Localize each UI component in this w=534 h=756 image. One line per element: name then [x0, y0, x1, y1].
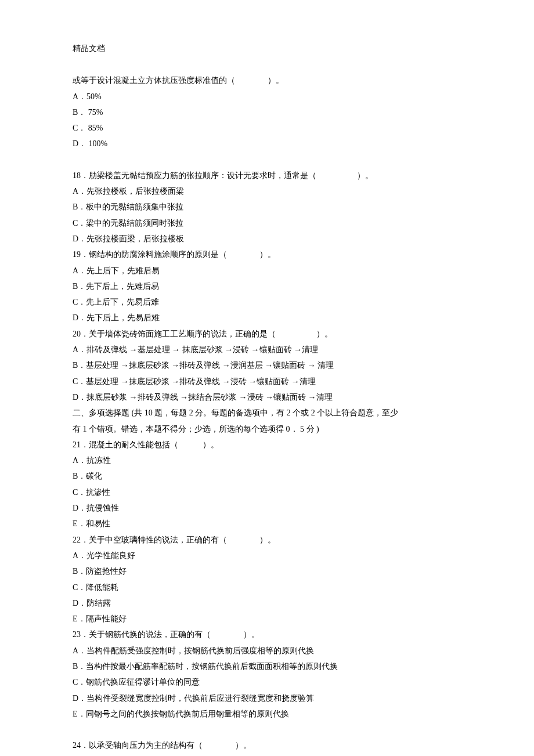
- q17-option-c: C． 85%: [73, 120, 464, 136]
- q20-option-b: B．基层处理 →抹底层砂浆 →排砖及弹线 →浸润基层 →镶贴面砖 → 清理: [73, 357, 464, 373]
- q19-option-d: D．先下后上，先易后难: [73, 310, 464, 325]
- q20-option-a: A．排砖及弹线 →基层处理 → 抹底层砂浆 →浸砖 →镶贴面砖 →清理: [73, 342, 464, 357]
- q22-stem: 22．关于中空玻璃特性的说法，正确的有（ ）。: [73, 532, 464, 548]
- q17-option-d: D． 100%: [73, 136, 464, 151]
- q21-option-d: D．抗侵蚀性: [73, 500, 464, 516]
- q22-option-d: D．防结露: [73, 595, 464, 611]
- q21-option-c: C．抗渗性: [73, 484, 464, 500]
- q20-option-d: D．抹底层砂浆 →排砖及弹线 →抹结合层砂浆 →浸砖 →镶贴面砖 →清理: [73, 389, 464, 405]
- q24-option-a: A．拱式结构: [73, 753, 464, 756]
- q22-option-a: A．光学性能良好: [73, 548, 464, 563]
- page-header: 精品文档: [73, 41, 464, 56]
- q19-option-a: A．先上后下，先难后易: [73, 263, 464, 278]
- q23-option-e: E．同钢号之间的代换按钢筋代换前后用钢量相等的原则代换: [73, 706, 464, 722]
- q21-option-b: B．碳化: [73, 468, 464, 484]
- q21-option-e: E．和易性: [73, 516, 464, 531]
- q22-option-e: E．隔声性能好: [73, 611, 464, 627]
- q19-option-c: C．先上后下，先易后难: [73, 294, 464, 310]
- q23-option-b: B．当构件按最小配筋率配筋时，按钢筋代换前后截面面积相等的原则代换: [73, 659, 464, 674]
- q23-stem: 23．关于钢筋代换的说法，正确的有（ ）。: [73, 627, 464, 642]
- q18-stem: 18．肋梁楼盖无黏结预应力筋的张拉顺序：设计无要求时，通常是（ ）。: [73, 168, 464, 183]
- q17-option-b: B． 75%: [73, 104, 464, 120]
- q21-stem: 21．混凝土的耐久性能包括（ ）。: [73, 437, 464, 453]
- q23-option-a: A．当构件配筋受强度控制时，按钢筋代换前后强度相等的原则代换: [73, 643, 464, 659]
- q18-option-a: A．先张拉楼板，后张拉楼面梁: [73, 183, 464, 199]
- q20-option-c: C．基层处理 →抹底层砂浆 →排砖及弹线 →浸砖 →镶贴面砖 →清理: [73, 374, 464, 389]
- q23-option-d: D．当构件受裂缝宽度控制时，代换前后应进行裂缝宽度和挠度验算: [73, 690, 464, 706]
- q18-option-c: C．梁中的无黏结筋须同时张拉: [73, 215, 464, 231]
- q23-option-c: C．钢筋代换应征得谬计单位的同意: [73, 674, 464, 690]
- blank-line: [73, 152, 464, 168]
- section2-title-line1: 二、多项选择题 (共 10 题，每题 2 分。每题的备选项中，有 2 个或 2 …: [73, 405, 464, 421]
- q19-stem: 19．钢结构的防腐涂料施涂顺序的原则是（ ）。: [73, 247, 464, 262]
- q21-option-a: A．抗冻性: [73, 453, 464, 468]
- q22-option-c: C．降低能耗: [73, 580, 464, 595]
- q19-option-b: B．先下后上，先难后易: [73, 278, 464, 294]
- q18-option-d: D．先张拉楼面梁，后张拉楼板: [73, 231, 464, 247]
- blank-line: [73, 722, 464, 737]
- q22-option-b: B．防盗抢性好: [73, 563, 464, 579]
- q17-option-a: A．50%: [73, 89, 464, 104]
- q24-stem: 24．以承受轴向压力为主的结构有（ ）。: [73, 737, 464, 753]
- q17-stem: 或等于设计混凝土立方体抗压强度标准值的（ ）。: [73, 73, 464, 88]
- q20-stem: 20．关于墙体瓷砖饰面施工工艺顺序的说法，正确的是（ ）。: [73, 326, 464, 342]
- q18-option-b: B．板中的无黏结筋须集中张拉: [73, 199, 464, 215]
- section2-title-line2: 有 1 个错项。错选，本题不得分；少选，所选的每个选项得 0． 5 分 ): [73, 421, 464, 437]
